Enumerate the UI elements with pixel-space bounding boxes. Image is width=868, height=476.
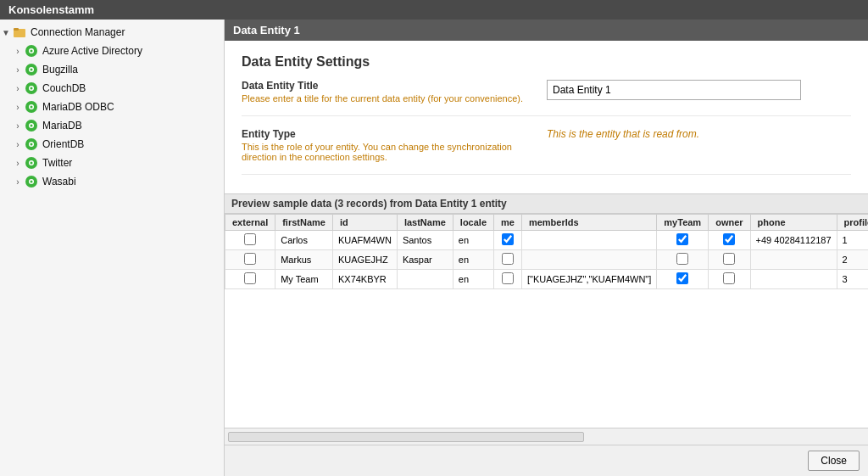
sidebar-item-mariadb[interactable]: › MariaDB xyxy=(0,116,224,135)
footer-buttons: Close xyxy=(225,445,868,476)
twitter-icon xyxy=(24,155,39,171)
sidebar-item-twitter[interactable]: › Twitter xyxy=(0,154,224,172)
checkbox-owner-2[interactable] xyxy=(723,253,735,265)
cell-lastname-2: Kaspar xyxy=(397,250,453,270)
cell-external-2 xyxy=(225,250,275,270)
preview-table-wrapper[interactable]: external firstName id lastName locale me… xyxy=(225,214,868,428)
entity-type-label-col: Entity Type This is the role of your ent… xyxy=(242,128,547,162)
checkbox-myteam-1[interactable] xyxy=(676,233,688,245)
cell-id-1: KUAFM4WN xyxy=(332,231,397,250)
cell-me-3 xyxy=(494,270,522,289)
horizontal-scrollbar[interactable] xyxy=(228,432,584,442)
sidebar-orientdb-label: OrientDB xyxy=(42,138,84,150)
cell-external-3 xyxy=(225,270,275,289)
sidebar-azure-label: Azure Active Directory xyxy=(42,45,142,57)
checkbox-me-3[interactable] xyxy=(502,272,514,284)
settings-section: Data Entity Settings Data Entity Title P… xyxy=(225,41,868,193)
svg-rect-1 xyxy=(14,28,19,31)
cell-firstname-3: My Team xyxy=(275,270,333,289)
checkbox-external-3[interactable] xyxy=(244,272,256,284)
cell-myteam-3 xyxy=(657,270,709,289)
bugzilla-icon xyxy=(24,62,39,77)
svg-point-16 xyxy=(31,125,33,127)
cell-owner-3 xyxy=(709,270,750,289)
col-id: id xyxy=(332,215,397,231)
sidebar-mariadb-odbc-label: MariaDB ODBC xyxy=(42,101,114,113)
right-panel: Data Entity 1 Data Entity Settings Data … xyxy=(225,20,868,476)
col-external: external xyxy=(225,215,275,231)
cell-phone-2 xyxy=(750,250,837,270)
col-myteam: myTeam xyxy=(657,215,709,231)
settings-title: Data Entity Settings xyxy=(242,54,851,70)
cell-lastname-1: Santos xyxy=(397,231,453,250)
col-me: me xyxy=(494,215,522,231)
twitter-toggle: › xyxy=(12,159,24,168)
sidebar-root-item[interactable]: ▼ Connection Manager xyxy=(0,23,224,42)
table-row: Markus KUAGEJHZ Kaspar en 2 User xyxy=(225,250,869,270)
table-row: Carlos KUAFM4WN Santos en +49 4028411218… xyxy=(225,231,869,250)
col-phone: phone xyxy=(750,215,837,231)
sidebar-twitter-label: Twitter xyxy=(42,157,72,169)
entity-type-desc: This is the role of your entity. You can… xyxy=(242,142,547,162)
cell-profiles-id-3: 3 xyxy=(837,270,868,289)
orientdb-toggle: › xyxy=(12,140,24,149)
svg-point-22 xyxy=(31,162,33,165)
cell-locale-1: en xyxy=(453,231,493,250)
sidebar-couchdb-label: CouchDB xyxy=(42,82,86,94)
sidebar-item-bugzilla[interactable]: › Bugzilla xyxy=(0,60,224,79)
app-title-bar: Konsolenstamm xyxy=(0,0,868,20)
sidebar-item-mariadb-odbc[interactable]: › MariaDB ODBC xyxy=(0,98,224,116)
cell-firstname-1: Carlos xyxy=(275,231,333,250)
wasabi-icon xyxy=(24,174,39,189)
wasabi-toggle: › xyxy=(12,177,24,187)
title-input[interactable] xyxy=(547,80,801,100)
checkbox-me-1[interactable] xyxy=(502,233,514,245)
checkbox-myteam-3[interactable] xyxy=(676,272,688,284)
cell-phone-3 xyxy=(750,270,837,289)
checkbox-external-2[interactable] xyxy=(244,253,256,265)
title-field-row: Data Entity Title Please enter a title f… xyxy=(242,80,851,116)
svg-point-25 xyxy=(31,181,33,183)
col-locale: locale xyxy=(453,215,493,231)
svg-point-19 xyxy=(31,143,33,146)
cell-myteam-1 xyxy=(657,231,709,250)
checkbox-owner-3[interactable] xyxy=(723,272,735,284)
cell-me-2 xyxy=(494,250,522,270)
cell-memberids-2 xyxy=(521,250,656,270)
sidebar-item-couchdb[interactable]: › CouchDB xyxy=(0,79,224,98)
app-title: Konsolenstamm xyxy=(8,3,94,16)
title-field-label: Data Entity Title xyxy=(242,80,547,92)
azure-toggle: › xyxy=(12,47,24,56)
cell-id-3: KX74KBYR xyxy=(332,270,397,289)
cell-lastname-3 xyxy=(397,270,453,289)
sidebar-mariadb-label: MariaDB xyxy=(42,120,82,132)
preview-header: Preview sample data (3 records) from Dat… xyxy=(225,194,868,214)
sidebar-item-orientdb[interactable]: › OrientDB xyxy=(0,135,224,154)
cell-owner-1 xyxy=(709,231,750,250)
svg-point-13 xyxy=(31,106,33,109)
table-row: My Team KX74KBYR en ["KUAGEJHZ","KUAFM4W… xyxy=(225,270,869,289)
sidebar-bugzilla-label: Bugzilla xyxy=(42,64,78,76)
sidebar-wasabi-label: Wasabi xyxy=(42,176,76,188)
toggle-icon: ▼ xyxy=(0,28,12,37)
close-button[interactable]: Close xyxy=(808,451,860,471)
entity-type-label: Entity Type xyxy=(242,128,547,140)
cell-phone-1: +49 40284112187 xyxy=(750,231,837,250)
panel-title: Data Entity 1 xyxy=(233,24,300,36)
panel-content: Data Entity Settings Data Entity Title P… xyxy=(225,41,868,428)
checkbox-external-1[interactable] xyxy=(244,233,256,245)
mariadb-toggle: › xyxy=(12,121,24,131)
title-input-col xyxy=(547,80,851,100)
checkbox-me-2[interactable] xyxy=(502,253,514,265)
checkbox-myteam-2[interactable] xyxy=(676,253,688,265)
cell-external-1 xyxy=(225,231,275,250)
bugzilla-toggle: › xyxy=(12,65,24,75)
sidebar-item-azure[interactable]: › Azure Active Directory xyxy=(0,42,224,60)
cell-profiles-id-1: 1 xyxy=(837,231,868,250)
svg-point-10 xyxy=(31,87,33,90)
panel-title-bar: Data Entity 1 xyxy=(225,20,868,41)
mariadb-odbc-icon xyxy=(24,99,39,115)
checkbox-owner-1[interactable] xyxy=(723,233,735,245)
sidebar-item-wasabi[interactable]: › Wasabi xyxy=(0,172,224,191)
svg-point-7 xyxy=(31,69,33,71)
